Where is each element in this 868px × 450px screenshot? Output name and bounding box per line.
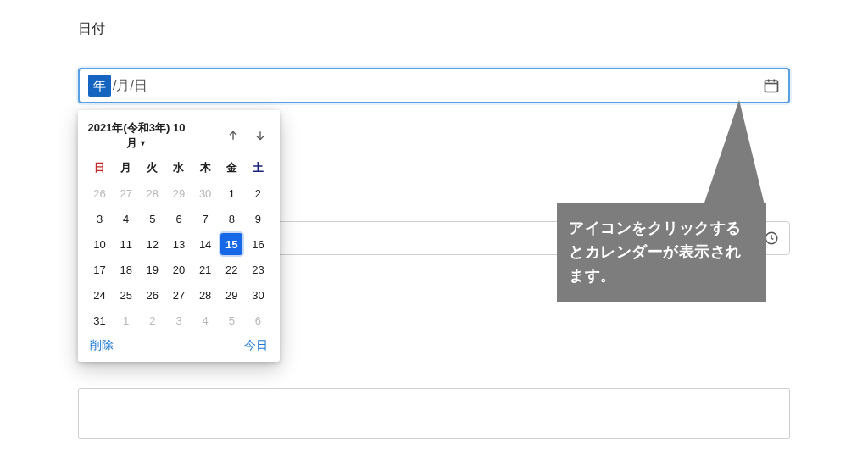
year-placeholder-chip: 年 [88,75,111,97]
calendar-today-button[interactable]: 今日 [244,338,268,353]
annotation-callout: アイコンをクリックするとカレンダーが表示されます。 [557,203,766,302]
date-input-rest: /月/日 [113,77,147,95]
calendar-title-line1: 2021年(令和3年) 10 [88,121,186,134]
calendar-popup: 2021年(令和3年) 10 月▼ 日月火水木金土262728293012345… [78,110,280,362]
calendar-day[interactable]: 14 [192,231,219,257]
calendar-day[interactable]: 2 [139,308,165,333]
calendar-day[interactable]: 20 [165,257,192,282]
calendar-day[interactable]: 7 [192,206,219,231]
next-month-button[interactable] [253,128,268,143]
calendar-day[interactable]: 16 [245,231,271,257]
calendar-day[interactable]: 26 [139,282,165,308]
date-input-value: 年 /月/日 [88,75,147,97]
annotation-text: アイコンをクリックするとカレンダーが表示されます。 [569,219,742,284]
calendar-day[interactable]: 28 [192,282,219,308]
calendar-day[interactable]: 27 [113,181,139,206]
calendar-day[interactable]: 6 [245,308,271,333]
text-area[interactable] [78,388,790,439]
calendar-day[interactable]: 31 [86,308,113,333]
calendar-day[interactable]: 15 [220,233,242,255]
prev-month-button[interactable] [225,128,241,143]
dow-header: 日 [86,155,113,181]
calendar-day[interactable]: 29 [219,282,245,308]
calendar-day[interactable]: 3 [86,206,113,231]
calendar-day[interactable]: 26 [86,181,113,206]
calendar-day[interactable]: 19 [139,257,165,282]
calendar-day[interactable]: 28 [139,181,165,206]
calendar-day[interactable]: 4 [192,308,219,333]
calendar-day[interactable]: 3 [165,308,192,333]
date-input[interactable]: 年 /月/日 [78,68,790,103]
calendar-day[interactable]: 23 [245,257,271,282]
calendar-day[interactable]: 27 [165,282,192,308]
calendar-day[interactable]: 12 [139,231,165,257]
calendar-day[interactable]: 30 [245,282,271,308]
dow-header: 土 [245,155,271,181]
calendar-day[interactable]: 9 [245,206,271,231]
calendar-day[interactable]: 1 [219,181,245,206]
calendar-header: 2021年(令和3年) 10 月▼ [86,120,271,150]
calendar-icon[interactable] [763,77,780,94]
dow-header: 月 [113,155,139,181]
calendar-day[interactable]: 30 [192,181,219,206]
calendar-day[interactable]: 17 [86,257,113,282]
calendar-day[interactable]: 8 [219,206,245,231]
date-field-label: 日付 [78,20,105,38]
calendar-grid: 日月火水木金土262728293012345678910111213141516… [86,155,271,333]
chevron-down-icon: ▼ [139,139,147,147]
calendar-day[interactable]: 2 [245,181,271,206]
calendar-day[interactable]: 13 [165,231,192,257]
calendar-day[interactable]: 10 [86,231,113,257]
calendar-day[interactable]: 29 [165,181,192,206]
calendar-day[interactable]: 1 [113,308,139,333]
calendar-day[interactable]: 5 [139,206,165,231]
calendar-day[interactable]: 25 [113,282,139,308]
dow-header: 金 [219,155,245,181]
calendar-day[interactable]: 24 [86,282,113,308]
calendar-day[interactable]: 6 [165,206,192,231]
calendar-day[interactable]: 22 [219,257,245,282]
svg-rect-0 [765,81,778,92]
calendar-day[interactable]: 11 [113,231,139,257]
calendar-month-selector[interactable]: 2021年(令和3年) 10 月▼ [86,120,186,150]
dow-header: 火 [139,155,165,181]
calendar-title-line2: 月 [126,136,137,149]
calendar-day[interactable]: 4 [113,206,139,231]
callout-pointer [704,100,765,205]
dow-header: 水 [165,155,192,181]
dow-header: 木 [192,155,219,181]
calendar-day[interactable]: 21 [192,257,219,282]
calendar-day[interactable]: 18 [113,257,139,282]
calendar-clear-button[interactable]: 削除 [90,338,114,353]
calendar-day[interactable]: 5 [219,308,245,333]
